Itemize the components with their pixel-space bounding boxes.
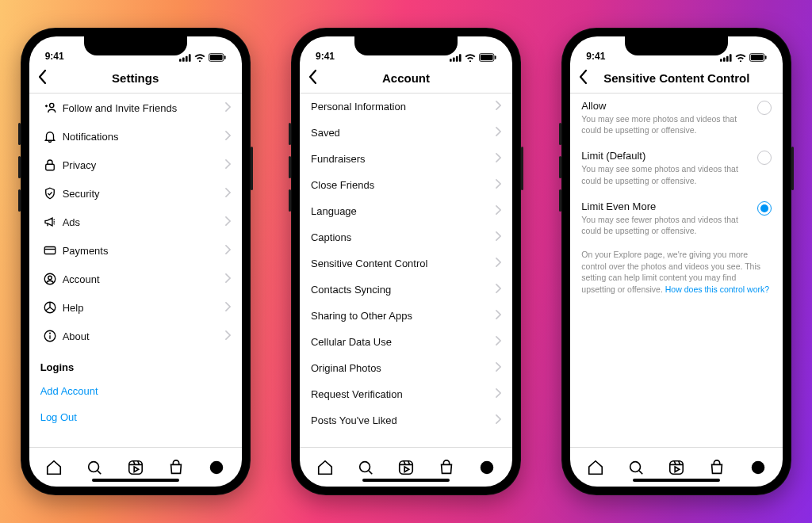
back-button[interactable] (308, 69, 317, 88)
svg-point-35 (359, 461, 370, 471)
row-label: Help (59, 302, 225, 314)
row-label: Posts You've Liked (311, 414, 496, 426)
chevron-right-icon (496, 127, 501, 139)
row-label: About (59, 330, 225, 342)
tab-profile[interactable] (478, 459, 496, 476)
svg-rect-9 (44, 247, 56, 254)
svg-point-20 (89, 461, 99, 471)
settings-list[interactable]: Follow and Invite Friends Notifications … (29, 94, 242, 447)
radio-icon[interactable] (757, 151, 772, 165)
chevron-right-icon (496, 258, 501, 269)
user-icon (40, 272, 59, 286)
tab-search[interactable] (357, 459, 374, 476)
row-account[interactable]: Account (29, 265, 242, 293)
option-allow[interactable]: Allow You may see more photos and videos… (570, 94, 783, 143)
tab-home[interactable] (316, 459, 334, 476)
chevron-left-icon (578, 69, 588, 85)
status-indicators (450, 53, 496, 62)
account-list[interactable]: Personal Information Saved Fundraisers C… (300, 94, 512, 447)
row-personal-info[interactable]: Personal Information (300, 94, 512, 120)
row-about[interactable]: About (29, 322, 242, 350)
option-desc: You may see more photos and videos that … (581, 113, 749, 136)
tab-shop[interactable] (167, 459, 185, 476)
row-help[interactable]: Help (29, 293, 242, 322)
row-label: Security (59, 188, 225, 200)
row-security[interactable]: Security (29, 179, 242, 208)
add-account-link[interactable]: Add Account (29, 378, 242, 404)
home-indicator[interactable] (92, 479, 179, 482)
log-out-link[interactable]: Log Out (29, 404, 242, 430)
tab-search[interactable] (86, 459, 103, 476)
row-ads[interactable]: Ads (29, 208, 242, 236)
row-label: Fundraisers (311, 153, 496, 165)
tab-shop[interactable] (438, 459, 455, 476)
radio-icon[interactable] (757, 101, 772, 115)
tab-reels[interactable] (397, 459, 415, 476)
tab-search[interactable] (627, 459, 645, 476)
row-label: Ads (59, 216, 225, 228)
chevron-right-icon (496, 101, 501, 113)
row-payments[interactable]: Payments (29, 236, 242, 265)
screen: 9:41 Sensitive Content Control Allow You… (570, 36, 783, 487)
row-fundraisers[interactable]: Fundraisers (300, 146, 512, 172)
row-cellular[interactable]: Cellular Data Use (300, 329, 512, 355)
tab-profile[interactable] (208, 459, 225, 476)
screen: 9:41 Settings Follow and Invite Friends … (29, 36, 242, 487)
tab-reels[interactable] (668, 459, 685, 476)
home-indicator[interactable] (362, 479, 450, 482)
option-limit[interactable]: Limit (Default) You may see some photos … (570, 143, 783, 193)
row-saved[interactable]: Saved (300, 120, 512, 146)
info-icon (40, 329, 59, 343)
card-icon (40, 243, 59, 258)
svg-marker-26 (134, 467, 139, 471)
row-request-verification[interactable]: Request Verification (300, 381, 512, 407)
svg-point-12 (48, 276, 52, 280)
status-indicators (179, 53, 226, 62)
tab-home[interactable] (587, 459, 604, 476)
row-sharing[interactable]: Sharing to Other Apps (300, 303, 512, 329)
back-button[interactable] (37, 69, 47, 88)
option-desc: You may see fewer photos and videos that… (581, 214, 749, 236)
svg-rect-34 (495, 55, 496, 59)
row-contacts-syncing[interactable]: Contacts Syncing (300, 277, 512, 303)
chevron-left-icon (308, 69, 317, 85)
row-posts-liked[interactable]: Posts You've Liked (300, 407, 512, 433)
row-label: Saved (311, 127, 496, 139)
row-sensitive-content[interactable]: Sensitive Content Control (300, 250, 512, 277)
svg-rect-45 (726, 55, 729, 61)
phone-sensitive-content: 9:41 Sensitive Content Control Allow You… (561, 28, 791, 495)
svg-rect-5 (209, 55, 222, 60)
chevron-right-icon (496, 205, 501, 217)
svg-rect-49 (765, 55, 767, 59)
notch (625, 36, 728, 55)
shield-icon (40, 186, 59, 200)
chevron-right-icon (225, 159, 231, 171)
screen: 9:41 Account Personal Information Saved … (300, 36, 512, 487)
svg-point-50 (630, 461, 641, 471)
row-privacy[interactable]: Privacy (29, 151, 242, 179)
svg-rect-3 (189, 54, 191, 62)
row-language[interactable]: Language (300, 198, 512, 224)
svg-line-36 (369, 471, 372, 474)
tab-reels[interactable] (127, 459, 144, 476)
svg-rect-0 (179, 59, 182, 62)
home-indicator[interactable] (633, 479, 720, 482)
radio-icon[interactable] (757, 201, 772, 216)
svg-line-21 (98, 471, 102, 474)
row-follow-invite[interactable]: Follow and Invite Friends (29, 94, 242, 122)
svg-line-51 (639, 471, 642, 474)
chevron-right-icon (225, 302, 231, 314)
tab-profile[interactable] (749, 459, 767, 476)
row-captions[interactable]: Captions (300, 224, 512, 250)
explain-link[interactable]: How does this control work? (665, 284, 769, 294)
svg-rect-44 (723, 57, 726, 61)
tab-shop[interactable] (708, 459, 726, 476)
back-button[interactable] (578, 69, 588, 88)
row-label: Original Photos (311, 362, 496, 374)
row-close-friends[interactable]: Close Friends (300, 172, 512, 198)
option-limit-more[interactable]: Limit Even More You may see fewer photos… (570, 194, 783, 244)
row-label: Language (311, 205, 496, 217)
row-notifications[interactable]: Notifications (29, 122, 242, 151)
tab-home[interactable] (45, 459, 63, 476)
row-original-photos[interactable]: Original Photos (300, 355, 512, 381)
